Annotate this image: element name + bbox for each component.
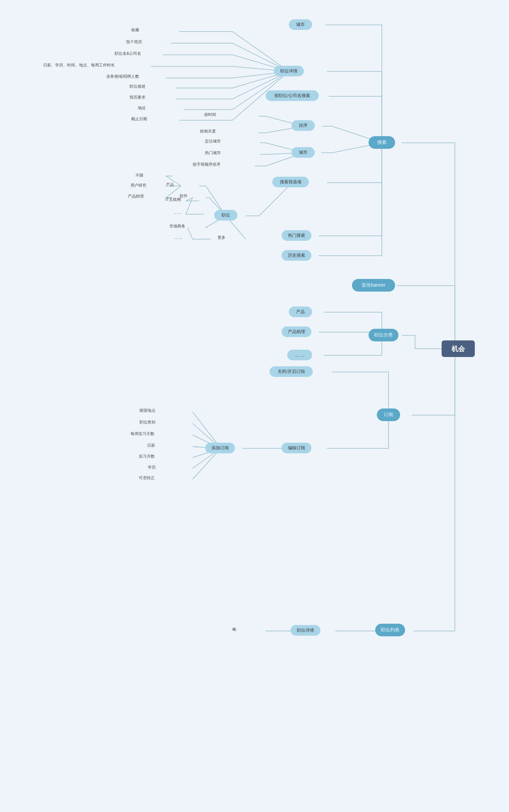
level1-category: 职位分类 — [369, 329, 399, 341]
leaf-market-commerce: 市场商务 — [169, 224, 185, 229]
leaf-expected-location: 期望地点 — [139, 408, 156, 413]
level2-city-top: 城市 — [289, 19, 312, 30]
leaf-deadline: 截止日期 — [131, 116, 147, 122]
mind-map: 机会 搜索 宣传banner 职位分类 订阅 职位列表 城市 职位详情 按职位/… — [0, 0, 509, 812]
leaf-jobname-company: 职位名&公司名 — [114, 51, 141, 57]
leaf-apply: 投个简历 — [126, 39, 142, 45]
level2-job-detail2: 职位详情 — [291, 625, 320, 636]
leaf-product-more: ... ... — [174, 210, 181, 215]
leaf-collect: 收藏 — [131, 27, 139, 33]
leaf-weekly-days: 每周实习天数 — [131, 431, 155, 437]
leaf-business-field: 业务领域/招聘人数 — [106, 74, 139, 79]
level2-by-company: 按职位/公司名搜索 — [266, 90, 319, 101]
level2-edit-subscribe: 编辑订阅 — [281, 443, 311, 453]
connectors — [0, 0, 509, 812]
level2-add-subscribe: 添加订阅 — [205, 443, 235, 453]
leaf-user-research: 用户研究 — [131, 183, 146, 188]
leaf-daily-salary: 日薪 — [147, 443, 155, 448]
leaf-by-time: 按时间 — [204, 112, 216, 117]
leaf-convert-full: 可否转正 — [139, 475, 155, 481]
level2-close-subscribe: 关闭/开启订阅 — [270, 366, 313, 377]
level2-position: 职位 — [214, 210, 237, 221]
leaf-product-unlimited: 不限 — [135, 173, 143, 178]
level1-subscribe: 订阅 — [377, 408, 400, 421]
level2-hot-search: 热门搜索 — [281, 230, 311, 241]
leaf-more: 更多 — [217, 235, 226, 240]
leaf-product-assist-filter: 产品助理 — [128, 194, 144, 199]
leaf-locate-city: 定位城市 — [205, 138, 221, 144]
level2-sort: 排序 — [292, 120, 315, 131]
level2-more-cat: ... ... — [287, 350, 312, 360]
leaf-hot-city: 热门城市 — [205, 150, 221, 156]
level2-city-filter: 城市 — [292, 147, 315, 158]
level1-banner: 宣传banner — [352, 279, 395, 292]
leaf-alpha-sort: 按字母顺序排序 — [193, 162, 220, 167]
leaf-brief: 略 — [232, 627, 236, 632]
leaf-job-desc: 职位描述 — [130, 84, 145, 89]
level2-job-detail: 职位详情 — [274, 66, 304, 76]
level2-search-filter: 搜索筛选项 — [272, 177, 309, 187]
leaf-education: 学历 — [148, 465, 156, 470]
level2-product-assist: 产品助理 — [281, 327, 311, 337]
level1-search: 搜索 — [369, 136, 395, 149]
level1-joblist: 职位列表 — [375, 624, 405, 636]
root-node: 机会 — [442, 340, 475, 357]
leaf-by-relevance: 按相关度 — [200, 129, 216, 134]
leaf-address: 地址 — [138, 105, 146, 111]
level2-history-search: 历史搜索 — [281, 250, 311, 261]
level2-product: 产品 — [289, 307, 312, 317]
leaf-resume-req: 简历要求 — [130, 95, 145, 100]
leaf-it-internet: IT互联网 — [165, 197, 181, 203]
leaf-market-more: ... ... — [174, 235, 182, 240]
leaf-job-category: 职位类别 — [139, 419, 156, 425]
leaf-internship-months: 实习月数 — [139, 454, 155, 459]
leaf-product-name: 产品 — [166, 182, 174, 188]
leaf-salary-info: 日薪、学历、时间、地点、每周工作时长 — [43, 62, 115, 68]
